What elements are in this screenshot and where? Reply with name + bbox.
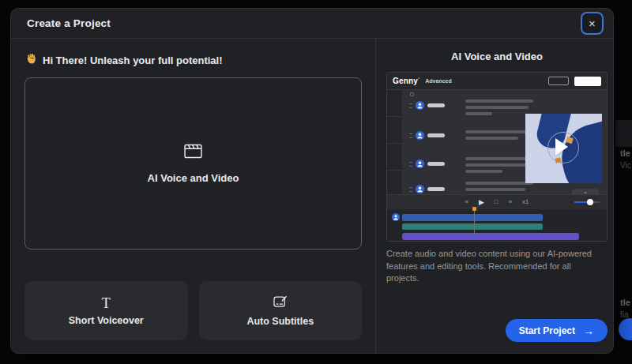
preview-editor-area: [387, 90, 607, 194]
create-project-modal: Create a Project ×: [10, 8, 614, 354]
speaker-row: [409, 101, 445, 110]
text-lines: [465, 182, 533, 194]
wave-icon: [25, 53, 37, 67]
background-card-subtitle: Vic: [620, 161, 631, 170]
speaker-row: [409, 131, 445, 140]
speaker-name-pill: [427, 187, 445, 191]
preview-playback-controls: ▴ « ▶ □ » x1: [387, 194, 607, 209]
modal-header: Create a Project ×: [11, 9, 613, 39]
playhead: [474, 209, 475, 235]
text-line: [465, 182, 533, 185]
speaker-avatar: [416, 131, 424, 140]
screen: tle Vic tle fia Create a Project ×: [0, 0, 632, 364]
logo-mark: *: [418, 77, 419, 81]
playback-speed: x1: [522, 199, 529, 205]
speaker-row: [409, 185, 445, 193]
card-ai-voice-and-video[interactable]: AI Voice and Video: [24, 77, 362, 250]
preview-timeline: [387, 209, 607, 241]
secondary-cards-row: T Short Voiceover Auto Subtitl: [24, 281, 362, 340]
project-options-column: Hi There! Unleash your full potential! A…: [11, 39, 375, 353]
speaker-name-pill: [427, 133, 445, 137]
rewind-icon: «: [465, 199, 468, 205]
close-icon: ×: [589, 17, 596, 29]
close-button[interactable]: ×: [581, 12, 604, 35]
preview-toolbar-icon: [410, 92, 414, 96]
genny-preview-image: Genny* Advanced: [386, 72, 608, 242]
greeting-text: Hi There! Unleash your full potential!: [43, 54, 223, 66]
stop-icon: □: [495, 199, 498, 205]
project-description: Create audio and video content using our…: [386, 248, 608, 285]
text-line: [465, 130, 533, 133]
drag-handle-icon: [409, 187, 412, 192]
text-line: [465, 157, 533, 160]
arrow-right-icon: →: [583, 325, 594, 336]
track-bar-purple: [402, 233, 579, 240]
playhead-marker: [472, 207, 476, 211]
preview-sidebar: [387, 90, 403, 194]
text-lines: [465, 130, 533, 143]
modal-title: Create a Project: [27, 17, 111, 29]
speaker-avatar: [416, 185, 424, 193]
play-icon: [555, 138, 568, 156]
genny-logo: Genny*: [393, 77, 419, 85]
modal-body: Hi There! Unleash your full potential! A…: [11, 39, 613, 353]
play-icon: ▶: [479, 199, 484, 206]
preview-script-list: [403, 90, 607, 194]
card-short-voiceover[interactable]: T Short Voiceover: [24, 281, 188, 340]
plan-badge: Advanced: [425, 78, 451, 84]
video-preview-thumbnail: [525, 114, 602, 183]
text-line: [465, 106, 529, 109]
detail-heading: AI Voice and Video: [386, 51, 608, 62]
text-line: [465, 112, 492, 115]
text-line: [465, 163, 531, 167]
text-line: [465, 99, 533, 103]
start-project-label: Start Project: [519, 325, 575, 336]
timeline-track-voice: [392, 213, 607, 221]
card-label: Auto Subtitles: [246, 316, 314, 327]
background-help-fab: [619, 318, 632, 340]
project-detail-column: AI Voice and Video Genny* Advanced: [375, 39, 613, 353]
speaker-avatar: [416, 101, 424, 110]
background-card-thumbnail: [615, 120, 632, 147]
speaker-row: [409, 159, 445, 168]
timeline-collapse-tab: ▴: [572, 189, 599, 195]
speaker-name-pill: [427, 162, 445, 166]
preview-white-button: [574, 77, 601, 86]
text-lines: [465, 157, 533, 176]
speaker-avatar: [416, 159, 424, 168]
speaker-name-pill: [427, 103, 445, 107]
speaker-avatar: [392, 213, 400, 221]
card-label: AI Voice and Video: [148, 172, 239, 184]
text-line: [465, 188, 525, 191]
track-bar-blue: [402, 214, 543, 221]
background-card-title: tle: [620, 298, 630, 307]
preview-outline-button: [548, 77, 569, 85]
text-line: [465, 170, 502, 173]
text-line: [465, 137, 518, 140]
forward-icon: »: [509, 199, 512, 205]
track-bar-teal: [402, 223, 543, 230]
slider-knob: [587, 199, 593, 205]
text-t-icon: T: [102, 296, 111, 310]
drag-handle-icon: [409, 103, 412, 108]
subtitles-edit-icon: [273, 295, 288, 311]
start-project-button[interactable]: Start Project →: [506, 319, 608, 342]
card-auto-subtitles[interactable]: Auto Subtitles: [199, 281, 363, 340]
preview-topbar: Genny* Advanced: [387, 73, 607, 90]
background-card-title: tle: [620, 148, 630, 158]
volume-slider: [574, 201, 600, 203]
card-label: Short Voiceover: [69, 315, 144, 326]
drag-handle-icon: [409, 133, 412, 138]
text-lines: [465, 99, 533, 118]
clapperboard-icon: [184, 144, 202, 162]
greeting: Hi There! Unleash your full potential!: [25, 53, 362, 67]
drag-handle-icon: [409, 162, 412, 167]
